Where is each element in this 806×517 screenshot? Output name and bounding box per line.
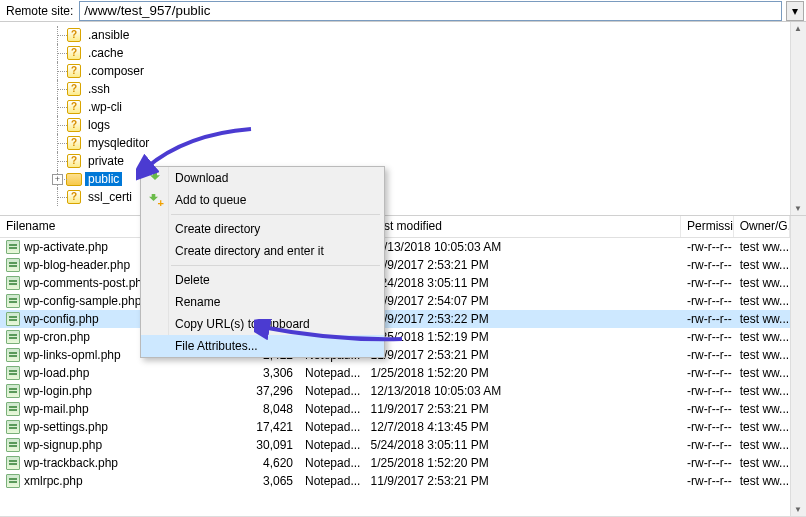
file-perm: -rw-r--r-- [681, 240, 734, 254]
unknown-folder-icon: ? [66, 190, 82, 204]
tree-item-ansible[interactable]: ?.ansible [0, 26, 790, 44]
file-row[interactable]: wp-cron.php3,065Notepad1/25/2018 1:52:19… [0, 328, 790, 346]
file-mod: 12/13/2018 10:05:03 AM [365, 240, 682, 254]
file-mod: 1/25/2018 1:52:20 PM [365, 456, 682, 470]
download-icon [147, 169, 163, 185]
file-scrollbar[interactable] [790, 216, 806, 516]
file-type: Notepad... [299, 420, 365, 434]
php-file-icon [6, 294, 20, 308]
file-own: test ww... [734, 276, 790, 290]
file-mod: 11/9/2017 2:53:21 PM [365, 402, 682, 416]
menu-create-directory[interactable]: Create directory [141, 218, 384, 240]
remote-site-dropdown[interactable]: ▾ [786, 1, 804, 21]
tree-item-logs[interactable]: ?logs [0, 116, 790, 134]
file-size: 3,065 [245, 474, 299, 488]
file-row[interactable]: wp-trackback.php4,620Notepad...1/25/2018… [0, 454, 790, 472]
file-size: 30,091 [245, 438, 299, 452]
tree-item-composer[interactable]: ?.composer [0, 62, 790, 80]
add-queue-icon [147, 191, 163, 207]
file-row[interactable]: wp-login.php37,296Notepad...12/13/2018 1… [0, 382, 790, 400]
menu-add-to-queue[interactable]: Add to queue [141, 189, 384, 211]
php-file-icon [6, 384, 20, 398]
file-name: wp-cron.php [24, 330, 90, 344]
file-size: 3,306 [245, 366, 299, 380]
unknown-folder-icon: ? [66, 100, 82, 114]
file-row[interactable]: wp-load.php3,306Notepad...1/25/2018 1:52… [0, 364, 790, 382]
file-own: test ww... [734, 456, 790, 470]
file-name: wp-settings.php [24, 420, 108, 434]
file-row[interactable]: wp-activate.phpad...12/13/2018 10:05:03 … [0, 238, 790, 256]
expand-icon[interactable]: + [52, 174, 63, 185]
folder-icon [66, 172, 82, 186]
file-name: wp-config.php [24, 312, 99, 326]
file-type: Notepad... [299, 402, 365, 416]
file-row[interactable]: wp-settings.php17,421Notepad...12/7/2018… [0, 418, 790, 436]
file-mod: 1/25/2018 1:52:20 PM [365, 366, 682, 380]
remote-tree[interactable]: ?.ansible?.cache?.composer?.ssh?.wp-cli?… [0, 22, 790, 215]
chevron-down-icon: ▾ [792, 4, 798, 18]
file-mod: 5/24/2018 3:05:11 PM [365, 276, 682, 290]
header-modified[interactable]: Last modified [365, 216, 681, 237]
file-row[interactable]: wp-config.phpad...11/9/2017 2:53:22 PM-r… [0, 310, 790, 328]
file-name: wp-signup.php [24, 438, 102, 452]
file-row[interactable]: wp-comments-post.phad...5/24/2018 3:05:1… [0, 274, 790, 292]
file-perm: -rw-r--r-- [681, 312, 734, 326]
php-file-icon [6, 258, 20, 272]
file-own: test ww... [734, 384, 790, 398]
tree-item-mysqleditor[interactable]: ?mysqleditor [0, 134, 790, 152]
file-perm: -rw-r--r-- [681, 384, 734, 398]
php-file-icon [6, 330, 20, 344]
file-size: 17,421 [245, 420, 299, 434]
remote-tree-panel: ?.ansible?.cache?.composer?.ssh?.wp-cli?… [0, 22, 806, 216]
file-perm: -rw-r--r-- [681, 402, 734, 416]
tree-label: public [85, 172, 122, 186]
unknown-folder-icon: ? [66, 46, 82, 60]
tree-scrollbar[interactable] [790, 22, 806, 215]
php-file-icon [6, 474, 20, 488]
menu-create-directory-enter[interactable]: Create directory and enter it [141, 240, 384, 262]
file-headers[interactable]: Filename e Last modified Permissi... Own… [0, 216, 790, 238]
menu-download[interactable]: Download [141, 167, 384, 189]
header-permissions[interactable]: Permissi... [681, 216, 734, 237]
file-perm: -rw-r--r-- [681, 276, 734, 290]
php-file-icon [6, 348, 20, 362]
tree-item-public[interactable]: +public [0, 170, 790, 188]
tree-item-ssh[interactable]: ?.ssh [0, 80, 790, 98]
remote-site-bar: Remote site: ▾ [0, 0, 806, 22]
file-own: test ww... [734, 312, 790, 326]
file-mod: 1/25/2018 1:52:19 PM [365, 330, 682, 344]
context-menu: Download Add to queue Create directory C… [140, 166, 385, 358]
header-owner[interactable]: Owner/G... [734, 216, 790, 237]
remote-site-input[interactable] [79, 1, 782, 21]
file-perm: -rw-r--r-- [681, 456, 734, 470]
file-perm: -rw-r--r-- [681, 294, 734, 308]
menu-file-attributes[interactable]: File Attributes... [141, 335, 384, 357]
unknown-folder-icon: ? [66, 64, 82, 78]
file-own: test ww... [734, 348, 790, 362]
file-row[interactable]: wp-links-opml.php2,422Notepad...11/9/201… [0, 346, 790, 364]
file-name: wp-config-sample.php [24, 294, 141, 308]
file-perm: -rw-r--r-- [681, 366, 734, 380]
tree-item-ssl_certi[interactable]: ?ssl_certi [0, 188, 790, 206]
menu-rename[interactable]: Rename [141, 291, 384, 313]
file-row[interactable]: wp-signup.php30,091Notepad...5/24/2018 3… [0, 436, 790, 454]
file-row[interactable]: wp-mail.php8,048Notepad...11/9/2017 2:53… [0, 400, 790, 418]
file-name: wp-login.php [24, 384, 92, 398]
file-row[interactable]: xmlrpc.php3,065Notepad...11/9/2017 2:53:… [0, 472, 790, 490]
tree-item-cache[interactable]: ?.cache [0, 44, 790, 62]
file-size: 37,296 [245, 384, 299, 398]
file-name: wp-links-opml.php [24, 348, 121, 362]
menu-delete[interactable]: Delete [141, 269, 384, 291]
tree-item-wpcli[interactable]: ?.wp-cli [0, 98, 790, 116]
php-file-icon [6, 276, 20, 290]
file-row[interactable]: wp-config-sample.phpad...11/9/2017 2:54:… [0, 292, 790, 310]
file-row[interactable]: wp-blog-header.phpad...11/9/2017 2:53:21… [0, 256, 790, 274]
file-own: test ww... [734, 330, 790, 344]
unknown-folder-icon: ? [66, 28, 82, 42]
menu-copy-url[interactable]: Copy URL(s) to clipboard [141, 313, 384, 335]
file-perm: -rw-r--r-- [681, 348, 734, 362]
tree-label: .composer [85, 64, 147, 78]
file-size: 8,048 [245, 402, 299, 416]
php-file-icon [6, 456, 20, 470]
tree-item-private[interactable]: ?private [0, 152, 790, 170]
